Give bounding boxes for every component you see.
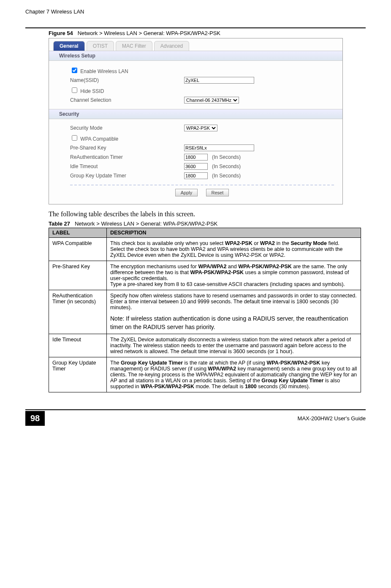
table-row: WPA Compatible This check box is availab… (49, 238, 361, 261)
psk-label: Pre-Shared Key (70, 145, 184, 151)
cell-desc: Specify how often wireless stations have… (107, 290, 361, 334)
figure-label: Figure 54 (49, 30, 73, 36)
table-row: Idle Timeout The ZyXEL Device automatica… (49, 334, 361, 357)
button-row: Apply Reset (70, 185, 334, 200)
table-row: ReAuthentication Timer (in seconds) Spec… (49, 290, 361, 334)
cell-desc: The ZyXEL Device automatically disconnec… (107, 334, 361, 357)
hide-ssid-label: Hide SSID (80, 88, 104, 94)
cell-label: Pre-Shared Key (49, 261, 107, 290)
table-caption: Table 27 Network > Wireless LAN > Genera… (49, 220, 366, 227)
apply-button[interactable]: Apply (175, 189, 198, 196)
enable-wireless-label: Enable Wireless LAN (80, 68, 128, 74)
tab-general[interactable]: General (53, 41, 85, 51)
header-rule (25, 27, 366, 28)
security-mode-dropdown[interactable]: WPA2-PSK (184, 125, 217, 131)
idle-seconds-hint: (In Seconds) (212, 163, 241, 169)
page-footer: 98 MAX-200HW2 User's Guide (25, 409, 366, 426)
table-row: Pre-Shared Key The encryption mechanisms… (49, 261, 361, 290)
security-mode-label: Security Mode (70, 125, 184, 131)
intro-paragraph: The following table describes the labels… (49, 210, 366, 218)
security-area: Security Mode WPA2-PSK WPA Compatible Pr… (49, 119, 342, 204)
channel-selection-dropdown[interactable]: Channel-06 2437MHz (184, 97, 239, 103)
footer-guide-title: MAX-200HW2 User's Guide (298, 415, 366, 422)
psk-input[interactable] (184, 144, 254, 151)
idle-timeout-input[interactable] (184, 163, 208, 170)
table-caption-label: Table 27 (49, 220, 70, 227)
description-table: LABEL DESCRIPTION WPA Compatible This ch… (49, 228, 361, 392)
table-row: Group Key Update Timer The Group Key Upd… (49, 357, 361, 392)
group-key-timer-label: Group Key Update Timer (70, 173, 184, 179)
chapter-header: Chapter 7 Wireless LAN (25, 8, 366, 15)
figure-caption-text: Network > Wireless LAN > General: WPA-PS… (78, 30, 220, 36)
reset-button[interactable]: Reset (206, 189, 229, 196)
cell-label: Idle Timeout (49, 334, 107, 357)
reauth-timer-input[interactable] (184, 154, 208, 161)
section-wireless-setup: Wireless Setup (49, 51, 342, 61)
wireless-setup-area: Enable Wireless LAN Name(SSID) Hide SSID… (49, 61, 342, 109)
reauth-seconds-hint: (In Seconds) (212, 154, 241, 160)
th-label: LABEL (49, 228, 107, 238)
tab-advanced[interactable]: Advanced (154, 41, 189, 51)
figure-caption: Figure 54 Network > Wireless LAN > Gener… (25, 30, 366, 36)
channel-selection-label: Channel Selection (70, 97, 184, 103)
idle-timeout-label: Idle Timeout (70, 163, 184, 169)
tab-mac-filter[interactable]: MAC Filter (116, 41, 152, 51)
reauth-timer-label: ReAuthentication Timer (70, 154, 184, 160)
reauth-note: Note: If wireless station authentication… (110, 315, 357, 331)
ssid-input[interactable] (184, 77, 254, 84)
cell-desc: The encryption mechanisms used for WPA/W… (107, 261, 361, 290)
cell-label: WPA Compatible (49, 238, 107, 261)
cell-label: ReAuthentication Timer (in seconds) (49, 290, 107, 334)
gku-seconds-hint: (In Seconds) (212, 173, 241, 179)
table-header-row: LABEL DESCRIPTION (49, 228, 361, 238)
th-description: DESCRIPTION (107, 228, 361, 238)
page-number: 98 (25, 411, 45, 426)
ssid-label: Name(SSID) (70, 77, 184, 83)
enable-wireless-checkbox[interactable] (72, 68, 77, 73)
cell-label: Group Key Update Timer (49, 357, 107, 392)
section-security: Security (49, 109, 342, 119)
cell-desc: The Group Key Update Timer is the rate a… (107, 357, 361, 392)
hide-ssid-checkbox[interactable] (72, 87, 77, 93)
wpa-compatible-checkbox[interactable] (72, 135, 77, 141)
wpa-compatible-label: WPA Compatible (80, 136, 118, 142)
table-caption-text: Network > Wireless LAN > General: WPA-PS… (75, 220, 217, 227)
cell-desc: This check box is available only when yo… (107, 238, 361, 261)
config-screenshot: General OTIST MAC Filter Advanced Wirele… (49, 38, 343, 204)
group-key-timer-input[interactable] (184, 172, 208, 179)
tab-otist[interactable]: OTIST (87, 41, 114, 51)
tab-bar: General OTIST MAC Filter Advanced (49, 38, 342, 51)
